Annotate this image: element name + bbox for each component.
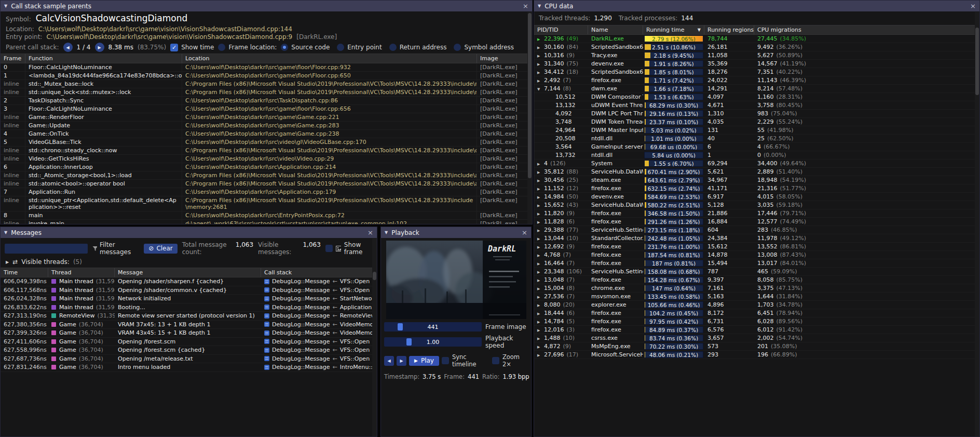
cpu-process-row[interactable]: ▶13,048(7) firefox.exe 154.28 ms (0.67%)… <box>534 276 979 284</box>
scrollbar-handle[interactable] <box>528 13 532 178</box>
callstack-frame-row[interactable]: inline std::_Mutex_base::lock C:\Program… <box>1 80 532 88</box>
cpu-process-row[interactable]: ▶11,152(12) firefox.exe 632.15 ms (2.74%… <box>534 184 979 193</box>
cpu-process-row[interactable]: ▶4,872(9) MsMpEng.exe 70.22 ms (0.30%) 5… <box>534 342 979 351</box>
expand-arrow-icon[interactable]: ▶ <box>537 345 541 349</box>
cpu-process-row[interactable]: 24,964 DWM Master Input Thread 5.03 ms (… <box>534 126 979 135</box>
close-icon[interactable]: × <box>970 3 976 9</box>
cpu-process-row[interactable]: ▶29,388(77) ServiceHub.SettingsHost 273.… <box>534 226 979 234</box>
callstack-frame-row[interactable]: 4 Game::OnTick C:\Users\wolf\Desktop\dar… <box>1 130 532 138</box>
expand-arrow-icon[interactable]: ▶ <box>537 245 541 249</box>
expand-arrow-icon[interactable]: ▼ <box>537 87 541 91</box>
callstack-frame-row[interactable]: 6 Application::InnerLoop C:\Users\wolf\D… <box>1 163 532 171</box>
cpu-process-row[interactable]: ▶2,492(7) firefox.exe 1.71 s (7.42%) 24,… <box>534 76 979 85</box>
cpu-process-row[interactable]: ▶15,652(43) ServiceHub.DataWarehou 580.2… <box>534 201 979 209</box>
cpu-process-row[interactable]: ▶27,536(7) msvsmon.exe 133.45 ms (0.58%)… <box>534 293 979 301</box>
collapse-icon[interactable]: ▼ <box>4 4 7 8</box>
col-pid-tid[interactable]: PID/TID <box>534 25 588 34</box>
callstack-frame-row[interactable]: 7 Application::Run C:\Users\wolf\Desktop… <box>1 188 532 196</box>
message-row[interactable]: 627,313,190ns RemoteView(31,392) Remote … <box>1 312 377 321</box>
cpu-process-row[interactable]: 4,092 DWM LPC Port Thread 29.16 ms (0.13… <box>534 110 979 118</box>
col-running-regions[interactable]: Running regions <box>704 25 754 34</box>
show-frame-checkbox[interactable]: Show frame <box>325 241 373 256</box>
expand-arrow-icon[interactable]: ▶ <box>537 279 541 283</box>
playback-speed-slider[interactable]: 1.00 <box>384 337 482 347</box>
callstack-frame-row[interactable]: 1 <lambda_84a19dc444fae966ca174e83e708bd… <box>1 72 532 80</box>
message-row[interactable]: 626,833,622ns Main thread(31,596) Bootin… <box>1 303 377 312</box>
expand-arrow-icon[interactable]: ▶ <box>537 179 541 183</box>
callstack-frame-row[interactable]: inline std::chrono::steady_clock::now C:… <box>1 147 532 155</box>
cpu-process-row[interactable]: 10,512 DWM Compositor Thread 1.53 s (6.6… <box>534 93 979 101</box>
expand-arrow-icon[interactable]: ▶ <box>537 303 541 308</box>
cpu-process-row[interactable]: ▶30,456(25) steam.exe 643.61 ms (2.79%) … <box>534 176 979 184</box>
close-icon[interactable]: × <box>523 3 528 9</box>
cpu-process-row[interactable]: ▶11,820(9) firefox.exe 346.58 ms (1.50%)… <box>534 209 979 218</box>
expand-arrow-icon[interactable]: ▶ <box>537 254 541 258</box>
zoom-2x-checkbox[interactable]: Zoom 2× <box>492 353 528 368</box>
play-button[interactable]: ▶ Play <box>409 356 439 366</box>
visible-threads-label[interactable]: Visible threads: <box>21 258 70 266</box>
col-name[interactable]: Name <box>588 25 643 34</box>
callstack-titlebar[interactable]: ▼ Call stack sample parents × <box>1 1 532 11</box>
message-row[interactable]: 627,831,246ns Game(36,704) Intro menu lo… <box>1 363 377 372</box>
cpu-process-row[interactable]: ▶11,828(6) firefox.exe 291.26 ms (1.26%)… <box>534 218 979 226</box>
cpu-process-row[interactable]: ▶10,316(9) Tracy.exe 2.18 s (9.45%) 11,0… <box>534 51 979 60</box>
callstack-scrollbar[interactable] <box>527 12 532 224</box>
callstack-frame-row[interactable]: 0 Floor::CalcLightNoLuminance C:\Users\w… <box>1 63 532 72</box>
scrollbar-handle[interactable] <box>975 28 979 95</box>
cpu-process-row[interactable]: ▶13,044(10) StandardCollector.Servic 242… <box>534 234 979 243</box>
callstack-frame-row[interactable]: inline std::_Atomic_storage<bool,1>::loa… <box>1 171 532 180</box>
collapse-icon[interactable]: ▼ <box>385 230 388 235</box>
message-callstack[interactable]: DebugLog::Message ← RemoteViev <box>261 312 377 319</box>
col-running-time[interactable]: Running time▼ <box>643 25 704 34</box>
expand-arrow-icon[interactable]: ▶ <box>537 262 541 266</box>
cpu-titlebar[interactable]: ▼ CPU data × <box>534 1 979 11</box>
expand-arrow-icon[interactable]: ▶ <box>537 287 541 291</box>
message-callstack[interactable]: DebugLog::Message ← VideoMemo <box>261 321 377 328</box>
next-callstack-button[interactable]: ▶ <box>95 43 104 52</box>
message-callstack[interactable]: DebugLog::Message ← VFS::Open <box>261 338 377 345</box>
expand-arrow-icon[interactable]: ▶ <box>537 195 541 200</box>
message-callstack[interactable]: DebugLog::Message ← VFS::Open <box>261 287 377 294</box>
expand-arrow-icon[interactable]: ▶ <box>537 71 541 75</box>
cpu-process-row[interactable]: ▶14,784(5) firefox.exe 97.95 ms (0.42%) … <box>534 317 979 326</box>
message-callstack[interactable]: DebugLog::Message ← VFS::Open <box>261 278 377 285</box>
cpu-process-row[interactable]: ▶16,464(7) firefox.exe 187 ms (0.81%) 15… <box>534 259 979 268</box>
message-filter-input[interactable] <box>5 244 88 254</box>
frame-location-option[interactable]: Entry point <box>337 44 382 51</box>
callstack-frame-row[interactable]: 5 VideoGLBase::Tick C:\Users\wolf\Deskto… <box>1 138 532 147</box>
expand-arrow-icon[interactable]: ▶ <box>537 37 541 42</box>
expand-arrow-icon[interactable]: ▶ <box>537 312 541 316</box>
message-row[interactable]: 627,399,326ns Game(36,704) VRAM 43x45: 1… <box>1 329 377 338</box>
messages-scrollbar[interactable] <box>372 239 377 436</box>
message-row[interactable]: 627,411,606ns Game(36,704) Opening /fore… <box>1 338 377 347</box>
message-callstack[interactable]: DebugLog::Message ← Application: <box>261 304 377 311</box>
callstack-frame-row[interactable]: inline Game::Update C:\Users\wolf\Deskto… <box>1 122 532 130</box>
expand-arrow-icon[interactable]: ▶ <box>537 162 541 166</box>
show-time-checkbox[interactable]: ✓ Show time <box>170 44 214 51</box>
cpu-scrollbar[interactable] <box>975 12 979 436</box>
message-row[interactable]: 627,558,996ns Game(36,704) Opening /fore… <box>1 346 377 355</box>
cpu-process-row[interactable]: ▶34,412(18) ScriptedSandbox64.exe 1.85 s… <box>534 68 979 76</box>
expand-arrow-icon[interactable]: ▶ <box>537 270 541 274</box>
expand-arrow-icon[interactable]: ▶ <box>537 295 541 299</box>
frame-location-option[interactable]: Source code <box>281 44 330 51</box>
message-row[interactable]: 606,049,398ns Main thread(31,596) Openin… <box>1 277 377 286</box>
callstack-frame-row[interactable]: inline Game::RenderFloor C:\Users\wolf\D… <box>1 113 532 122</box>
expand-arrow-icon[interactable]: ▶ <box>537 220 541 224</box>
message-row[interactable]: 626,024,328ns Main thread(31,596) Networ… <box>1 295 377 303</box>
cpu-process-row[interactable]: 20,508 ntdll.dll 1.01 ms (0.00%) 40 25(6… <box>534 135 979 143</box>
expand-arrow-icon[interactable]: ▶ <box>537 353 541 357</box>
expand-threads-icon[interactable]: ▶ <box>6 260 9 264</box>
cpu-process-row[interactable]: ▶14,984(50) devenv.exe 584.69 ms (2.53%)… <box>534 193 979 201</box>
prev-callstack-button[interactable]: ◀ <box>63 43 73 52</box>
message-callstack[interactable]: DebugLog::Message ← VideoMemo <box>261 329 377 336</box>
cpu-process-row[interactable]: 13,132 uDWM Event Thread 68.29 ms (0.30%… <box>534 101 979 110</box>
message-row[interactable]: 627,380,356ns Game(36,704) VRAM 37x45: 1… <box>1 321 377 329</box>
expand-arrow-icon[interactable]: ▶ <box>537 237 541 241</box>
expand-arrow-icon[interactable]: ▶ <box>537 46 541 50</box>
close-icon[interactable]: × <box>522 229 527 236</box>
collapse-icon[interactable]: ▼ <box>4 230 7 235</box>
cpu-process-row[interactable]: ▶18,444(6) firefox.exe 104.2 ms (0.45%) … <box>534 309 979 317</box>
cpu-process-row[interactable]: ▶4,768(7) firefox.exe 187.54 ms (0.81%) … <box>534 251 979 259</box>
expand-arrow-icon[interactable]: ▶ <box>537 187 541 191</box>
